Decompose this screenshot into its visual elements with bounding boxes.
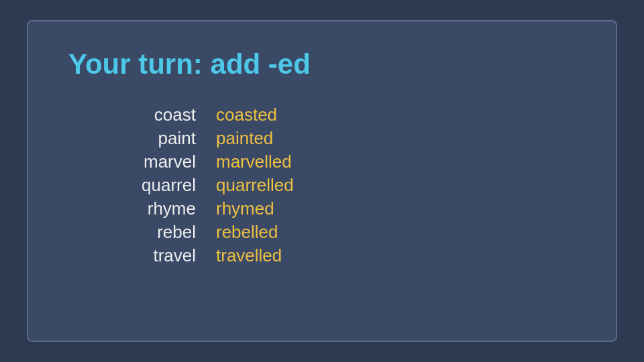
word-row: rhymerhymed [95, 198, 576, 219]
main-card: Your turn: add -ed coastcoastedpaintpain… [27, 20, 617, 342]
word-ed-3: quarrelled [216, 175, 364, 196]
word-base-4: rhyme [95, 198, 216, 219]
word-base-1: paint [95, 128, 216, 149]
word-row: paintpainted [95, 128, 576, 149]
word-row: traveltravelled [95, 245, 576, 266]
word-base-0: coast [95, 105, 216, 125]
word-row: coastcoasted [95, 105, 576, 125]
word-ed-0: coasted [216, 105, 364, 125]
word-base-2: marvel [95, 152, 216, 172]
word-ed-6: travelled [216, 245, 364, 266]
page-title: Your turn: add -ed [68, 48, 576, 80]
word-row: quarrelquarrelled [95, 175, 576, 196]
word-ed-4: rhymed [216, 198, 364, 219]
word-ed-5: rebelled [216, 222, 364, 243]
word-row: rebelrebelled [95, 222, 576, 243]
word-base-6: travel [95, 245, 216, 266]
word-row: marvelmarvelled [95, 152, 576, 172]
word-base-5: rebel [95, 222, 216, 243]
word-ed-1: painted [216, 128, 364, 149]
word-table: coastcoastedpaintpaintedmarvelmarvelledq… [95, 105, 576, 269]
word-base-3: quarrel [95, 175, 216, 196]
word-ed-2: marvelled [216, 152, 364, 172]
